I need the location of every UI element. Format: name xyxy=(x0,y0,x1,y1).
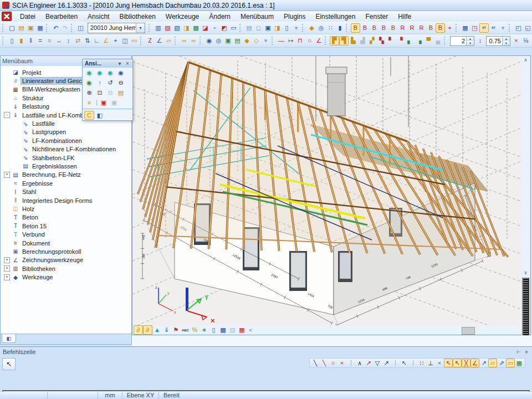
tree-item-berechnung-fe-netz[interactable]: + ▤ Berechnung, FE-Netz xyxy=(1,171,131,179)
dimline-leader[interactable]: ▖ xyxy=(405,36,415,45)
close-icon[interactable]: × xyxy=(124,60,131,67)
toolbar-grip[interactable] xyxy=(2,24,6,32)
chevron-down-icon[interactable]: ▾ xyxy=(116,60,124,67)
snap-sep-3[interactable] xyxy=(408,359,417,367)
measure[interactable]: ▭ xyxy=(506,359,515,367)
snap-intersections[interactable]: ╳ xyxy=(462,359,470,367)
tree-expander-icon[interactable]: - xyxy=(4,112,10,118)
dimline-baseline[interactable]: ▗ xyxy=(415,36,424,45)
draw-polyline[interactable]: Z xyxy=(145,36,155,45)
menubar-item[interactable]: Werkzeuge xyxy=(161,12,204,22)
view-direction[interactable]: ↑ xyxy=(95,78,105,87)
spin-down-icon[interactable]: ▾ xyxy=(503,41,510,45)
toolbar-grip[interactable] xyxy=(272,37,275,45)
scale[interactable]: ↕ xyxy=(64,36,73,45)
show-loads[interactable]: ⇓ xyxy=(162,325,171,335)
toolbar-grip[interactable] xyxy=(509,24,512,32)
snap-sep-1[interactable] xyxy=(346,359,355,367)
dimline-horizontal[interactable]: ▛ xyxy=(330,36,339,45)
stretch[interactable]: ↔ xyxy=(54,36,64,45)
line-grid[interactable]: — xyxy=(277,36,286,45)
selections[interactable]: ◨ xyxy=(182,23,191,33)
join-members[interactable]: ∠ xyxy=(101,36,111,45)
menubar-item[interactable]: Einstellungen xyxy=(310,12,360,22)
float-sep[interactable] xyxy=(95,98,98,107)
spin-up-icon[interactable]: ▴ xyxy=(467,37,474,41)
toolbar-grip[interactable] xyxy=(140,37,144,45)
member-loads[interactable]: R xyxy=(407,23,417,33)
member-supports[interactable]: R xyxy=(398,23,407,33)
visibility-pair-a[interactable]: ∞ xyxy=(180,36,189,45)
dimension-line[interactable]: ↦ xyxy=(286,36,295,45)
copy[interactable]: ▮ xyxy=(17,36,26,45)
tree-item-zeichnungswerkzeuge[interactable]: + ∠ Zeichnungswerkzeuge xyxy=(1,256,131,264)
save-picture[interactable]: ▦ xyxy=(461,23,470,33)
screenshot-disabled[interactable]: ▣ xyxy=(109,98,119,107)
save-project[interactable]: ▦ xyxy=(35,23,45,33)
storey-mark[interactable]: ⊓ xyxy=(295,36,305,45)
dimline-ordinate[interactable]: ▘ xyxy=(386,36,396,45)
layers[interactable]: ▨ xyxy=(163,23,172,33)
view-adjust-params[interactable]: ∂ xyxy=(143,325,152,335)
show-supports[interactable]: ▲ xyxy=(152,325,162,335)
undo[interactable]: ↶ xyxy=(51,23,60,33)
spin-down-icon[interactable]: ▾ xyxy=(467,41,474,45)
member-2d[interactable]: B xyxy=(360,23,370,33)
toolbar-grip[interactable] xyxy=(149,24,152,32)
snap-none[interactable]: × xyxy=(337,359,346,367)
tree-item-werkzeuge[interactable]: + ◆ Werkzeuge xyxy=(1,273,131,281)
toolbar-grip[interactable] xyxy=(200,37,203,45)
reset-scale[interactable]: × xyxy=(511,36,521,45)
check-structure[interactable]: ▫ xyxy=(210,23,219,33)
show-labels[interactable]: ABC xyxy=(181,325,190,335)
toolbar-grip[interactable] xyxy=(346,24,349,32)
tree-item-holz[interactable]: ◫ Holz xyxy=(1,204,131,213)
scia-logo-icon[interactable] xyxy=(2,12,12,21)
load-scale-spinner[interactable]: 2 ▴ ▾ xyxy=(450,36,474,46)
more-print-tools[interactable]: ▾ xyxy=(291,23,301,33)
zoom-out[interactable]: ⊖ xyxy=(116,78,126,87)
scale-ratio[interactable]: ⅛ xyxy=(521,36,530,45)
snap-plane[interactable]: ▽ xyxy=(373,359,382,367)
tree-item-verbund[interactable]: T Verbund xyxy=(1,230,131,238)
floating-toolbar-titlebar[interactable]: Ansi... ▾ × xyxy=(83,59,132,68)
member-releases[interactable]: R xyxy=(417,23,426,33)
toolbar-grip[interactable] xyxy=(444,37,447,45)
tree-expander-icon[interactable]: + xyxy=(4,274,10,280)
status-plane[interactable]: Ebene XY xyxy=(122,392,159,399)
toolbar-grip[interactable] xyxy=(302,24,305,32)
coordinates-info[interactable]: C xyxy=(84,111,94,120)
dimline-angular[interactable]: ▟ xyxy=(358,36,367,45)
zoom-selection[interactable]: ⊟ xyxy=(105,88,115,97)
dimline-arc[interactable]: ▝ xyxy=(396,36,405,45)
tree-item-bibliotheken[interactable]: + ▥ Bibliotheken xyxy=(1,264,131,273)
dimline-radial[interactable]: ▞ xyxy=(367,36,377,45)
tree-item-lastgruppen[interactable]: ⇘ Lastgruppen xyxy=(1,128,131,136)
point-grid[interactable]: ∷ xyxy=(417,359,426,367)
copy-window[interactable]: ◱ xyxy=(523,23,532,33)
open-project[interactable]: ▤ xyxy=(17,23,26,33)
properties[interactable]: ◪ xyxy=(201,23,210,33)
toolbar-grip[interactable] xyxy=(71,24,74,32)
menubar-item[interactable]: Datei xyxy=(15,12,40,22)
plane-cut-snap[interactable]: × xyxy=(435,359,444,367)
show-load-flags[interactable]: ⚑ xyxy=(171,325,181,335)
menubar-item[interactable]: Plugins xyxy=(279,12,310,22)
scroll-left-icon[interactable]: < xyxy=(247,326,255,334)
polyline-edit[interactable]: ▭ xyxy=(130,36,139,45)
menubar-item[interactable]: Ändern xyxy=(204,12,236,22)
break-in-point[interactable]: ∟ xyxy=(92,36,101,45)
snap-line-point[interactable]: ╲ xyxy=(320,359,329,367)
paperspace-gallery[interactable]: ◨ xyxy=(273,23,282,33)
perspective-view[interactable]: ◉ xyxy=(84,78,94,87)
menubar-item[interactable]: Menübaum xyxy=(236,12,279,22)
more-selection-tools[interactable]: ▾ xyxy=(261,36,270,45)
point-grid-settings[interactable]: ∷ xyxy=(326,23,335,33)
cursor-snap-settings[interactable]: ↖ xyxy=(400,359,408,367)
snap-tangent[interactable]: ↗ xyxy=(479,359,488,367)
select-by-window[interactable]: ◎ xyxy=(214,36,223,45)
entity-info[interactable]: ▮ xyxy=(335,23,345,33)
member-axes[interactable]: B xyxy=(426,23,436,33)
menubar-item[interactable]: Bearbeiten xyxy=(40,12,83,22)
spin-up-icon[interactable]: ▴ xyxy=(503,37,510,41)
